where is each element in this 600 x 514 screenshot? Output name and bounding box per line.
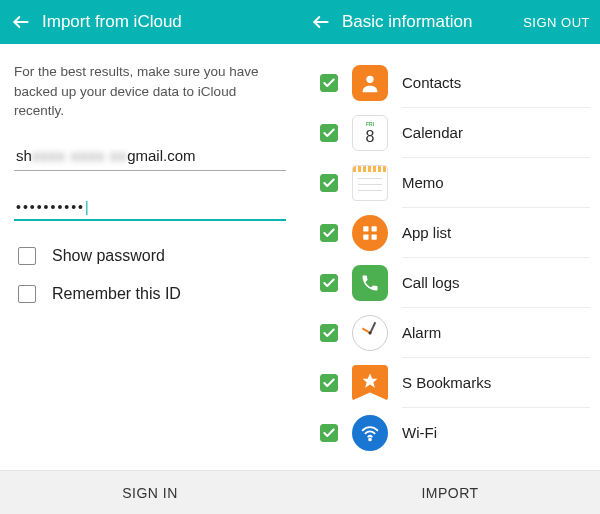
email-suffix: gmail.com <box>127 147 195 164</box>
item-checkbox[interactable] <box>320 174 338 192</box>
text-cursor: | <box>85 199 91 215</box>
wifi-icon <box>352 415 388 451</box>
instruction-text: For the best results, make sure you have… <box>14 62 286 121</box>
calllogs-icon <box>352 265 388 301</box>
remember-id-checkbox[interactable] <box>18 285 36 303</box>
list-item[interactable]: S Bookmarks <box>320 358 590 407</box>
list-item[interactable]: Alarm <box>320 308 590 357</box>
svg-rect-4 <box>372 226 377 231</box>
item-checkbox[interactable] <box>320 424 338 442</box>
email-prefix: sh <box>16 147 32 164</box>
item-label: App list <box>402 224 590 241</box>
contacts-icon <box>352 65 388 101</box>
right-title: Basic information <box>342 12 523 32</box>
svg-rect-3 <box>363 226 368 231</box>
item-label: S Bookmarks <box>402 374 590 391</box>
svg-rect-6 <box>372 234 377 239</box>
item-label: Memo <box>402 174 590 191</box>
item-label: Alarm <box>402 324 590 341</box>
list-item[interactable]: Wi-Fi <box>320 408 590 457</box>
left-body: For the best results, make sure you have… <box>0 44 300 470</box>
right-header: Basic information SIGN OUT <box>300 0 600 44</box>
items-list: ContactsFRI8CalendarMemoApp listCall log… <box>300 44 600 470</box>
list-item[interactable]: Memo <box>320 158 590 207</box>
applist-icon <box>352 215 388 251</box>
password-masked: •••••••••• <box>16 199 85 215</box>
right-pane: Basic information SIGN OUT ContactsFRI8C… <box>300 0 600 514</box>
email-field[interactable]: shxxxx xxxx xxgmail.com <box>14 141 286 171</box>
show-password-checkbox[interactable] <box>18 247 36 265</box>
alarm-icon <box>352 315 388 351</box>
import-button[interactable]: IMPORT <box>300 470 600 514</box>
item-label: Call logs <box>402 274 590 291</box>
item-checkbox[interactable] <box>320 324 338 342</box>
item-checkbox[interactable] <box>320 224 338 242</box>
show-password-row[interactable]: Show password <box>14 247 286 265</box>
bookmarks-icon <box>352 365 388 401</box>
back-arrow-icon[interactable] <box>310 11 332 33</box>
sign-out-button[interactable]: SIGN OUT <box>523 15 590 30</box>
item-label: Calendar <box>402 124 590 141</box>
list-item[interactable]: Call logs <box>320 258 590 307</box>
back-arrow-icon[interactable] <box>10 11 32 33</box>
item-checkbox[interactable] <box>320 124 338 142</box>
password-field[interactable]: ••••••••••| <box>14 193 286 221</box>
show-password-label: Show password <box>52 247 165 265</box>
item-checkbox[interactable] <box>320 374 338 392</box>
list-item[interactable]: Contacts <box>320 58 590 107</box>
memo-icon <box>352 165 388 201</box>
svg-point-8 <box>369 438 371 440</box>
svg-point-2 <box>366 75 373 82</box>
import-label: IMPORT <box>421 485 478 501</box>
left-header: Import from iCloud <box>0 0 300 44</box>
item-checkbox[interactable] <box>320 274 338 292</box>
sign-in-button[interactable]: SIGN IN <box>0 470 300 514</box>
email-blurred: xxxx xxxx xx <box>32 147 127 164</box>
list-item[interactable]: FRI8Calendar <box>320 108 590 157</box>
list-item[interactable]: App list <box>320 208 590 257</box>
left-pane: Import from iCloud For the best results,… <box>0 0 300 514</box>
item-label: Contacts <box>402 74 590 91</box>
item-checkbox[interactable] <box>320 74 338 92</box>
svg-rect-5 <box>363 234 368 239</box>
left-title: Import from iCloud <box>42 12 290 32</box>
remember-id-row[interactable]: Remember this ID <box>14 285 286 303</box>
item-label: Wi-Fi <box>402 424 590 441</box>
svg-marker-7 <box>363 373 378 387</box>
calendar-icon: FRI8 <box>352 115 388 151</box>
remember-id-label: Remember this ID <box>52 285 181 303</box>
sign-in-label: SIGN IN <box>122 485 178 501</box>
